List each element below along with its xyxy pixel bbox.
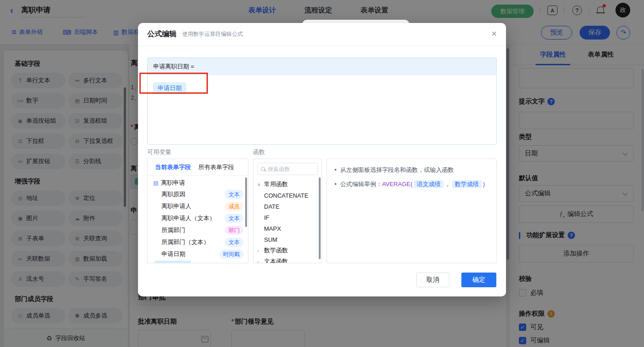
chevron-right-icon: › [257, 248, 262, 253]
chevron-right-icon: › [257, 259, 262, 264]
chevron-down-icon: ∨ [257, 182, 262, 187]
modal-title: 公式编辑 [147, 29, 177, 39]
variables-scrollbar[interactable] [245, 177, 247, 227]
function-item[interactable]: CONCATENATE [253, 190, 322, 201]
variables-tab-0[interactable]: 当前表单字段 [155, 163, 191, 171]
function-item[interactable]: MAPX [253, 223, 322, 234]
modal-subtitle: 使用数学运算符编辑公式 [182, 30, 243, 38]
variables-tabs: 当前表单字段所有表单字段 [148, 159, 248, 176]
app-root: ‹ 离职申请 表单设计流程设定表单设置 数据管理 A ? 政 ⧉表单外链 ⌨后端… [0, 0, 644, 347]
function-item[interactable]: DATE [253, 201, 322, 212]
form-tree-root[interactable]: ▤离职申请 [148, 176, 248, 188]
form-doc-icon: ▤ [153, 180, 158, 186]
formula-edit-modal: 公式编辑 使用数学运算符编辑公式 × 申请离职日期 = 申请日期 可用变量 函数… [138, 23, 506, 296]
field-type-badge: 成员 [225, 202, 243, 211]
function-group[interactable]: ∨常用函数 [253, 179, 322, 190]
formula-lhs: 申请离职日期 = [148, 58, 496, 75]
variables-panel: 当前表单字段所有表单字段 ▤离职申请 离职原因文本离职申请人成员离职申请人（文本… [147, 159, 248, 263]
search-icon [261, 167, 265, 171]
close-icon[interactable]: × [491, 29, 497, 38]
modal-header: 公式编辑 使用数学运算符编辑公式 × [138, 23, 506, 46]
field-type-badge: 文本 [225, 238, 243, 247]
field-type-badge: 文本 [225, 214, 243, 223]
function-item[interactable]: SUM [253, 234, 322, 245]
formula-variable-chip[interactable]: 申请日期 [153, 82, 186, 94]
variable-row[interactable]: 所属部门部门 [148, 224, 248, 236]
clipped-next-row [155, 261, 191, 263]
variables-tab-1[interactable]: 所有表单字段 [198, 163, 234, 171]
function-search-input[interactable] [268, 166, 314, 172]
functions-panel: ∨常用函数CONCATENATEDATEIFMAPXSUM›数学函数›文本函数 [253, 159, 322, 263]
variable-row[interactable]: 所属部门（文本）文本 [148, 236, 248, 248]
variable-row[interactable]: 离职申请人（文本）文本 [148, 212, 248, 224]
cancel-button[interactable]: 取消 [416, 273, 449, 287]
field-type-badge: 部门 [225, 226, 243, 235]
function-group[interactable]: ›数学函数 [253, 245, 322, 256]
example-field-chip: 数学成绩 [452, 180, 482, 188]
variable-row[interactable]: 离职原因文本 [148, 188, 248, 200]
example-field-chip: 语文成绩 [414, 180, 443, 188]
function-search[interactable] [257, 163, 318, 175]
variable-row[interactable]: 离职申请人成员 [148, 200, 248, 212]
function-item[interactable]: IF [253, 212, 322, 223]
formula-input-area[interactable]: 申请日期 [148, 75, 496, 145]
functions-label: 函数 [253, 148, 265, 156]
field-type-badge: 文本 [225, 190, 243, 199]
help-tip-2: •公式编辑举例：AVERAGE(语文成绩，数学成绩) [334, 180, 489, 188]
formula-help-panel: •从左侧面板选择字段名和函数，或输入函数 •公式编辑举例：AVERAGE(语文成… [327, 159, 497, 263]
field-type-badge: 时间戳 [219, 250, 243, 259]
functions-scrollbar[interactable] [319, 177, 321, 259]
variable-row[interactable]: 申请日期时间戳 [148, 248, 248, 260]
formula-editor[interactable]: 申请离职日期 = 申请日期 [147, 57, 497, 145]
confirm-button[interactable]: 确定 [461, 273, 496, 287]
variables-label: 可用变量 [147, 148, 171, 156]
help-tip-1: •从左侧面板选择字段名和函数，或输入函数 [334, 165, 489, 174]
function-group[interactable]: ›文本函数 [253, 256, 322, 263]
